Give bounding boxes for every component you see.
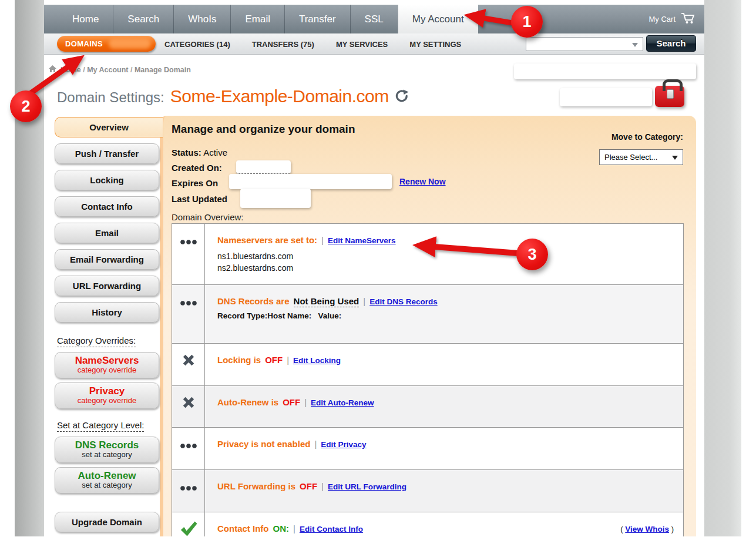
home-icon	[49, 65, 56, 74]
tab-whois[interactable]: WhoIs	[173, 5, 230, 33]
link-edit-nameservers[interactable]: Edit NameServers	[328, 236, 396, 245]
breadcrumb-items: Home / My Account / Manage Domain	[61, 66, 191, 74]
tab-transfer[interactable]: Transfer	[284, 5, 350, 33]
redacted-box-title	[560, 88, 652, 106]
page: HomeSearchWhoIsEmailTransferSSLMy Accoun…	[44, 0, 704, 536]
sidebar-spacer	[55, 498, 163, 512]
nameserver-entry: ns2.bluestardns.com	[217, 262, 674, 274]
sidebar-item-email[interactable]: Email	[55, 223, 159, 243]
tab-email[interactable]: Email	[230, 5, 284, 33]
redacted-created-date	[236, 160, 291, 174]
sidebar-item-label: DNS Records	[55, 439, 159, 451]
refresh-icon[interactable]	[395, 89, 409, 106]
status-label: Status:	[172, 147, 201, 157]
sidebar-item-push-transfer[interactable]: Push / Transfer	[55, 143, 159, 164]
separator: |	[304, 397, 307, 407]
status-line: Status: Active	[172, 147, 227, 157]
annotation-circle-2: 2	[10, 90, 42, 122]
breadcrumb-item-home[interactable]: Home	[61, 66, 81, 74]
annotation-circle-3: 3	[516, 239, 548, 270]
row-title-line: URL Forwarding isOFF|Edit URL Forwarding	[217, 481, 674, 491]
row-title-line: Auto-Renew isOFF|Edit Auto-Renew	[217, 397, 674, 407]
link-edit-url-forwarding[interactable]: Edit URL Forwarding	[328, 482, 406, 491]
section-heading: Manage and organize your domain	[172, 123, 355, 136]
sidebar-item-overview[interactable]: Overview	[55, 117, 163, 137]
subnav-items: CATEGORIES (14)TRANSFERS (75)MY SERVICES…	[164, 33, 461, 55]
tab-search[interactable]: Search	[113, 5, 173, 33]
subnav-item-categories-14[interactable]: CATEGORIES (14)	[164, 40, 230, 49]
nameserver-entry: ns1.bluestardns.com	[217, 250, 674, 262]
expires-line: Expires On	[172, 178, 218, 188]
row-content: DNS Records areNot Being Used|Edit DNS R…	[205, 285, 683, 343]
sidebar-item-privacy[interactable]: Privacycategory override	[55, 382, 159, 409]
sidebar-item-email-forwarding[interactable]: Email Forwarding	[55, 249, 159, 270]
chevron-down-icon[interactable]	[632, 43, 638, 50]
row-title-segment: OFF	[300, 481, 317, 491]
breadcrumb-item-my-account[interactable]: My Account	[87, 66, 128, 74]
separator: |	[293, 523, 295, 533]
row-content: Locking isOFF|Edit Locking	[205, 344, 683, 385]
search-button[interactable]: Search	[646, 35, 696, 52]
row-title-segment: OFF	[283, 397, 300, 407]
separator: |	[314, 439, 317, 449]
renew-now-link[interactable]: Renew Now	[399, 177, 446, 186]
sidebar-item-history[interactable]: History	[55, 302, 159, 323]
overview-row-contact-info: Contact InfoON:|Edit Contact Info( View …	[172, 512, 683, 536]
overview-row-privacy: Privacy is not enabled|Edit Privacy	[172, 427, 683, 469]
sidebar-item-sublabel: set at category	[55, 481, 159, 489]
tab-ssl[interactable]: SSL	[350, 5, 398, 33]
separator: |	[321, 235, 324, 245]
link-edit-auto-renew[interactable]: Edit Auto-Renew	[311, 398, 374, 407]
page-title-prefix: Domain Settings:	[57, 89, 164, 106]
row-title-line: DNS Records areNot Being Used|Edit DNS R…	[217, 296, 674, 307]
sidebar-heading-category-overrides: Category Overrides:	[57, 335, 136, 347]
subnav-item-domains[interactable]: DOMAINS	[57, 36, 156, 52]
sidebar-heading-set-at-category-level: Set at Category Level:	[57, 420, 144, 432]
sidebar-item-sublabel: category override	[55, 366, 159, 374]
row-title-segment: Locking is	[217, 355, 261, 365]
ellipsis-icon	[172, 470, 205, 512]
sidebar-item-auto-renew[interactable]: Auto-Renewset at category	[55, 467, 159, 494]
subnav-item-my-settings[interactable]: MY SETTINGS	[409, 40, 461, 49]
sidebar-item-nameservers[interactable]: NameServerscategory override	[55, 352, 159, 378]
nameserver-list: ns1.bluestardns.comns2.bluestardns.com	[217, 250, 674, 274]
link-edit-privacy[interactable]: Edit Privacy	[321, 440, 366, 449]
category-select-wrapper: Please Select...	[599, 149, 683, 165]
overview-row-dns-records: DNS Records areNot Being Used|Edit DNS R…	[172, 284, 683, 343]
page-title-domain: Some-Example-Domain.com	[170, 86, 389, 106]
updated-label: Last Updated	[172, 194, 227, 204]
sidebar-item-url-forwarding[interactable]: URL Forwarding	[55, 276, 159, 296]
my-cart-button[interactable]: My Cart	[649, 5, 695, 33]
link-edit-dns-records[interactable]: Edit DNS Records	[369, 297, 438, 306]
subnav-item-my-services[interactable]: MY SERVICES	[336, 40, 388, 49]
link-view-whois[interactable]: View Whois	[625, 525, 669, 533]
toolbox-icon[interactable]	[655, 86, 684, 107]
domain-search-input[interactable]	[526, 38, 626, 51]
sidebar-item-locking[interactable]: Locking	[55, 170, 159, 190]
sidebar: OverviewPush / TransferLockingContact In…	[55, 117, 163, 536]
domain-search-combobox[interactable]	[526, 37, 643, 51]
sidebar-item-upgrade-domain[interactable]: Upgrade Domain	[55, 512, 159, 532]
row-content: Nameservers are set to:|Edit NameServers…	[205, 224, 683, 284]
redacted-expires-date	[229, 174, 392, 189]
domain-overview-label: Domain Overview:	[172, 212, 244, 222]
row-title-segment: ON:	[273, 523, 290, 533]
overview-row-nameservers: Nameservers are set to:|Edit NameServers…	[172, 224, 683, 284]
breadcrumb-item-manage-domain[interactable]: Manage Domain	[135, 66, 191, 74]
tab-my-account[interactable]: My Account	[398, 5, 478, 33]
top-navigation: HomeSearchWhoIsEmailTransferSSLMy Accoun…	[44, 5, 704, 33]
category-select[interactable]: Please Select...	[600, 150, 683, 165]
row-title-segment: URL Forwarding is	[217, 481, 295, 491]
link-edit-locking[interactable]: Edit Locking	[293, 356, 341, 365]
row-title-segment: Contact Info	[217, 523, 269, 533]
sidebar-item-contact-info[interactable]: Contact Info	[55, 196, 159, 217]
link-edit-contact-info[interactable]: Edit Contact Info	[300, 525, 363, 533]
my-cart-label: My Cart	[649, 15, 676, 24]
subnav-item-transfers-75[interactable]: TRANSFERS (75)	[252, 40, 314, 49]
tab-home[interactable]: Home	[58, 5, 113, 33]
status-value: Active	[203, 147, 227, 157]
sidebar-item-dns-records[interactable]: DNS Recordsset at category	[55, 437, 159, 463]
desktop-background-right	[704, 0, 741, 536]
ellipsis-icon	[172, 428, 205, 469]
expires-label: Expires On	[172, 178, 218, 188]
